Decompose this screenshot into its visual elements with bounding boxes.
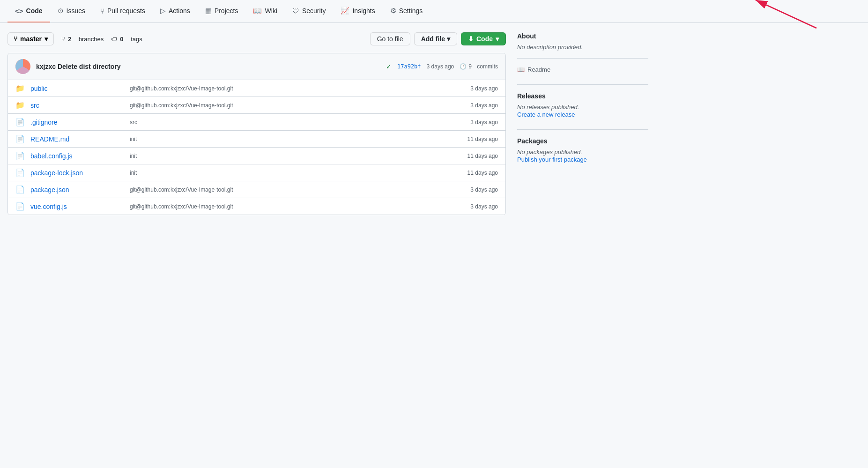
- branch-left: ⑂ master ▾ ⑂ 2 branches 🏷 0 tags: [7, 32, 142, 45]
- code-icon: <>: [15, 7, 23, 15]
- sidebar-divider: [517, 58, 648, 59]
- file-icon: 📄: [15, 185, 25, 194]
- file-icon: 📄: [15, 134, 25, 143]
- file-time: 11 days ago: [442, 136, 498, 142]
- sidebar-releases-title: Releases: [517, 92, 648, 100]
- branch-selector[interactable]: ⑂ master ▾: [7, 32, 54, 45]
- table-row: 📄 README.md init 11 days ago: [8, 131, 505, 148]
- chevron-down-icon: ▾: [496, 35, 499, 43]
- file-table: kxjzxc Delete dist directory ✓ 17a92bf 3…: [7, 53, 506, 215]
- file-name-package-json[interactable]: package.json: [30, 186, 124, 193]
- tab-code[interactable]: <> Code: [7, 0, 50, 22]
- file-commit: init: [130, 170, 436, 176]
- clock-icon: 🕐: [460, 63, 467, 70]
- branch-icon: ⑂: [14, 35, 17, 43]
- tab-wiki[interactable]: 📖 Wiki: [245, 0, 284, 22]
- file-icon: 📄: [15, 168, 25, 177]
- sidebar: About No description provided. 📖 Readme …: [517, 32, 648, 215]
- tab-actions[interactable]: ▷ Actions: [153, 0, 198, 22]
- file-icon: 📄: [15, 151, 25, 160]
- file-time: 3 days ago: [442, 186, 498, 193]
- file-commit: init: [130, 153, 436, 159]
- file-name-vue-config[interactable]: vue.config.js: [30, 203, 124, 210]
- commit-hash-link[interactable]: 17a92bf: [397, 63, 421, 70]
- commit-meta: ✓ 17a92bf 3 days ago 🕐 9 commits: [386, 63, 498, 70]
- wiki-icon: 📖: [253, 7, 262, 15]
- file-commit: git@github.com:kxjzxc/Vue-Image-tool.git: [130, 102, 436, 109]
- book-icon: 📖: [517, 66, 525, 73]
- commit-row: kxjzxc Delete dist directory ✓ 17a92bf 3…: [8, 53, 505, 80]
- file-name-readme[interactable]: README.md: [30, 135, 124, 143]
- folder-icon: 📁: [15, 101, 25, 110]
- table-row: 📄 package.json git@github.com:kxjzxc/Vue…: [8, 181, 505, 198]
- go-to-file-button[interactable]: Go to file: [370, 32, 410, 45]
- file-name-src[interactable]: src: [30, 102, 124, 109]
- sidebar-packages: Packages No packages published. Publish …: [517, 137, 648, 163]
- settings-icon: ⚙: [390, 7, 396, 15]
- sidebar-no-releases: No releases published.: [517, 104, 648, 111]
- sidebar-packages-title: Packages: [517, 137, 648, 145]
- tab-security[interactable]: 🛡 Security: [285, 0, 334, 22]
- sidebar-divider-packages: [517, 129, 648, 130]
- file-name-public[interactable]: public: [30, 85, 124, 92]
- file-commit: git@github.com:kxjzxc/Vue-Image-tool.git: [130, 85, 436, 92]
- sidebar-about: About No description provided. 📖 Readme: [517, 32, 648, 73]
- tab-projects[interactable]: ▦ Projects: [198, 0, 246, 22]
- sidebar-no-packages: No packages published.: [517, 149, 648, 156]
- table-row: 📁 src git@github.com:kxjzxc/Vue-Image-to…: [8, 97, 505, 114]
- code-button[interactable]: ⬇ Code ▾: [461, 32, 506, 45]
- file-time: 3 days ago: [442, 85, 498, 92]
- avatar: [15, 59, 30, 74]
- create-release-link[interactable]: Create a new release: [517, 111, 575, 118]
- tab-issues[interactable]: ⊙ Issues: [50, 0, 93, 22]
- file-commit: init: [130, 136, 436, 142]
- file-commit: src: [130, 119, 436, 126]
- branches-link[interactable]: ⑂ 2 branches: [61, 36, 104, 43]
- file-name-babel[interactable]: babel.config.js: [30, 152, 124, 160]
- commits-count-link[interactable]: 🕐 9 commits: [460, 63, 498, 70]
- file-icon: 📄: [15, 118, 25, 126]
- check-icon: ✓: [386, 63, 392, 70]
- tags-link[interactable]: 🏷 0 tags: [111, 36, 142, 43]
- file-commit: git@github.com:kxjzxc/Vue-Image-tool.git: [130, 186, 436, 193]
- chevron-down-icon: ▾: [447, 35, 450, 43]
- issues-icon: ⊙: [58, 7, 64, 15]
- table-row: 📄 package-lock.json init 11 days ago: [8, 164, 505, 181]
- sidebar-releases: Releases No releases published. Create a…: [517, 92, 648, 118]
- insights-icon: 📈: [341, 7, 349, 15]
- file-icon: 📄: [15, 202, 25, 211]
- sidebar-divider-releases: [517, 84, 648, 85]
- file-time: 3 days ago: [442, 203, 498, 210]
- publish-package-link[interactable]: Publish your first package: [517, 156, 587, 163]
- table-row: 📄 babel.config.js init 11 days ago: [8, 148, 505, 164]
- tab-settings[interactable]: ⚙ Settings: [383, 0, 430, 22]
- file-commit: git@github.com:kxjzxc/Vue-Image-tool.git: [130, 203, 436, 210]
- folder-icon: 📁: [15, 84, 25, 93]
- file-time: 11 days ago: [442, 153, 498, 159]
- commit-message: kxjzxc Delete dist directory: [36, 63, 380, 70]
- table-row: 📁 public git@github.com:kxjzxc/Vue-Image…: [8, 80, 505, 97]
- branch-right: Go to file Add file ▾ ⬇ Code ▾: [370, 32, 506, 45]
- sidebar-no-description: No description provided.: [517, 44, 648, 51]
- branch-bar: ⑂ master ▾ ⑂ 2 branches 🏷 0 tags Go to f…: [7, 32, 506, 45]
- tag-icon: 🏷: [111, 36, 117, 43]
- file-time: 3 days ago: [442, 119, 498, 126]
- file-name-package-lock[interactable]: package-lock.json: [30, 169, 124, 177]
- tab-insights[interactable]: 📈 Insights: [333, 0, 382, 22]
- repo-nav: <> Code ⊙ Issues ⑂ Pull requests ▷ Actio…: [0, 0, 868, 23]
- repo-content: ⑂ master ▾ ⑂ 2 branches 🏷 0 tags Go to f…: [7, 32, 506, 215]
- table-row: 📄 vue.config.js git@github.com:kxjzxc/Vu…: [8, 198, 505, 215]
- file-name-gitignore[interactable]: .gitignore: [30, 119, 124, 126]
- table-row: 📄 .gitignore src 3 days ago: [8, 114, 505, 131]
- security-icon: 🛡: [292, 7, 299, 15]
- download-icon: ⬇: [468, 35, 474, 43]
- sidebar-readme: 📖 Readme: [517, 66, 648, 73]
- tab-pull-requests[interactable]: ⑂ Pull requests: [93, 0, 153, 22]
- pull-requests-icon: ⑂: [100, 7, 104, 15]
- branch-count-icon: ⑂: [61, 36, 65, 43]
- add-file-button[interactable]: Add file ▾: [414, 32, 457, 45]
- sidebar-about-title: About: [517, 32, 648, 40]
- file-time: 11 days ago: [442, 170, 498, 176]
- projects-icon: ▦: [205, 7, 212, 15]
- actions-icon: ▷: [160, 7, 166, 15]
